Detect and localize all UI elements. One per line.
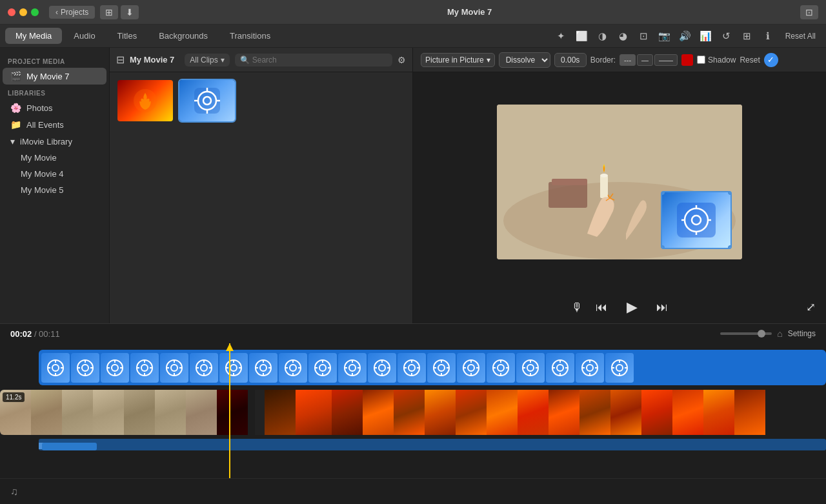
blue-thumb-11 (338, 353, 367, 383)
fullscreen-button[interactable]: ⊡ (800, 5, 818, 19)
camera-icon[interactable]: 📷 (656, 28, 673, 45)
fire-frame-16 (734, 390, 765, 435)
fire-frame-10 (549, 390, 579, 435)
nav-down-button[interactable]: ⬇ (121, 5, 139, 19)
pip-overlay[interactable] (661, 191, 732, 249)
tab-titles[interactable]: Titles (107, 28, 148, 44)
border-solid-button[interactable]: — (637, 54, 653, 66)
sidebar-item-my-movie-5[interactable]: My Movie 5 (3, 182, 106, 198)
app-icon-track[interactable] (39, 350, 826, 385)
playhead-head (226, 343, 234, 351)
zoom-slider (720, 332, 772, 335)
picture-mode-label: Picture in Picture (425, 55, 484, 65)
wand-icon[interactable]: ✦ (553, 28, 570, 45)
video-frame-5 (124, 390, 155, 435)
projects-button[interactable]: ‹ Projects (49, 6, 95, 19)
search-icon: 🔍 (240, 55, 250, 65)
media-settings-icon[interactable]: ⚙ (398, 55, 406, 65)
svg-point-130 (587, 365, 593, 371)
maximize-button[interactable] (31, 8, 39, 16)
clip-duration-badge: 11.2s (3, 392, 25, 402)
filter-icon[interactable]: ◑ (594, 28, 611, 45)
svg-point-22 (52, 365, 59, 371)
expand-button[interactable]: ⤢ (806, 300, 816, 314)
skip-back-button[interactable]: ⏮ (596, 301, 607, 314)
tab-my-media[interactable]: My Media (5, 28, 62, 44)
sidebar-item-photos[interactable]: 🌸 Photos (3, 99, 106, 116)
confirm-button[interactable]: ✓ (764, 53, 778, 67)
media-header: ⊟ My Movie 7 All Clips ▾ 🔍 ⚙ (110, 48, 412, 72)
fire-frame-6 (425, 390, 456, 435)
blue-thumb-14 (427, 353, 456, 383)
current-time: 00:02 (10, 329, 32, 339)
bottom-toolbar: ♫ (0, 478, 826, 504)
search-input[interactable] (252, 55, 387, 65)
stabilize-icon[interactable]: ⊞ (739, 28, 756, 45)
sidebar-item-all-events[interactable]: 📁 All Events (3, 116, 106, 133)
sidebar-item-imovie-library[interactable]: ▾ iMovie Library (3, 133, 106, 150)
color-adjust-icon[interactable]: ◕ (615, 28, 632, 45)
border-dashed-button[interactable]: --- (620, 54, 636, 66)
crop-icon[interactable]: ⊡ (636, 28, 652, 45)
project-media-section: PROJECT MEDIA (0, 53, 109, 68)
close-button[interactable] (8, 8, 15, 16)
toggle-sidebar-button[interactable]: ⊟ (116, 54, 125, 66)
audio-track[interactable] (39, 439, 826, 450)
audio-mini-track[interactable] (42, 443, 97, 450)
border-thick-button[interactable]: —— (654, 54, 678, 66)
media-thumb-1[interactable] (116, 79, 174, 123)
shadow-checkbox[interactable] (697, 55, 705, 64)
main-video-track[interactable]: 11.2s (0, 390, 826, 435)
playhead[interactable] (229, 343, 230, 478)
play-pause-button[interactable]: ▶ (620, 296, 643, 319)
microphone-button[interactable]: 🎙 (571, 301, 583, 314)
media-browser-title: My Movie 7 (130, 55, 174, 65)
clips-filter-dropdown[interactable]: All Clips ▾ (185, 54, 229, 66)
picture-mode-dropdown[interactable]: Picture in Picture ▾ (421, 53, 495, 67)
fire-frame-13 (641, 390, 672, 435)
media-grid (110, 72, 412, 323)
tab-transitions[interactable]: Transitions (219, 28, 281, 44)
nav-grid-button[interactable]: ⊞ (100, 5, 118, 19)
svg-point-124 (557, 365, 563, 371)
video-frame-8 (217, 390, 248, 435)
svg-point-136 (616, 365, 623, 371)
media-thumb-2[interactable] (178, 79, 236, 123)
svg-rect-11 (552, 179, 587, 185)
shadow-label: Shadow (708, 55, 736, 65)
svg-point-13 (600, 174, 608, 177)
border-buttons: --- — —— (620, 54, 678, 66)
zoom-thumb[interactable] (758, 330, 765, 338)
timeline-area: 00:02 / 00:11 ⌂ Settings (0, 323, 826, 504)
minimize-button[interactable] (19, 8, 27, 16)
fire-frame-9 (518, 390, 549, 435)
rect-icon[interactable]: ⬜ (574, 28, 590, 45)
svg-rect-10 (549, 182, 587, 208)
reset-button[interactable]: Reset (740, 55, 760, 65)
shadow-checkbox-label: Shadow (697, 55, 736, 65)
settings-label[interactable]: Settings (788, 329, 816, 338)
border-color-swatch[interactable] (681, 54, 693, 66)
tab-backgrounds[interactable]: Backgrounds (148, 28, 218, 44)
reset-all-button[interactable]: Reset All (780, 30, 821, 43)
speed-icon[interactable]: ↺ (718, 28, 735, 45)
tab-audio[interactable]: Audio (63, 28, 105, 44)
blue-thumb-13 (398, 353, 426, 383)
blue-thumb-17 (516, 353, 545, 383)
preview-video (497, 105, 742, 259)
sidebar-item-my-movie-7[interactable]: 🎬 My Movie 7 (3, 68, 106, 85)
chart-icon[interactable]: 📊 (698, 28, 714, 45)
transition-dropdown[interactable]: Dissolve (499, 52, 550, 68)
filter-label: All Clips (190, 55, 217, 65)
sidebar-item-my-movie[interactable]: My Movie (3, 150, 106, 166)
skip-forward-button[interactable]: ⏭ (656, 301, 668, 314)
titlebar-left: ‹ Projects ⊞ ⬇ (8, 5, 139, 19)
audio-icon[interactable]: 🔊 (677, 28, 694, 45)
info-icon[interactable]: ℹ (760, 28, 776, 45)
blue-thumb-9 (279, 353, 307, 383)
sidebar-library-label: iMovie Library (20, 137, 72, 146)
zoom-track (720, 332, 772, 335)
sidebar-item-my-movie-4[interactable]: My Movie 4 (3, 166, 106, 182)
blue-thumb-20 (605, 353, 634, 383)
duration-input[interactable] (554, 53, 587, 67)
